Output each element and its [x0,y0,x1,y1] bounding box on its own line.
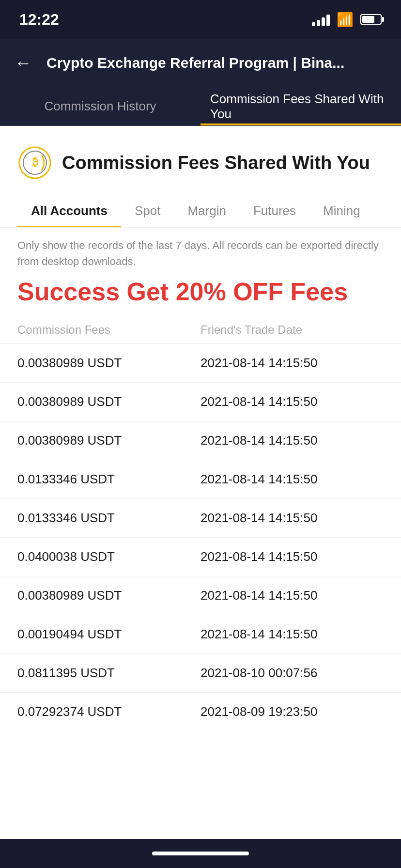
section-title: Commission Fees Shared With You [62,153,370,173]
svg-text:₿: ₿ [32,156,38,168]
table-row: 0.00380989 USDT 2021-08-14 14:15:50 [0,382,401,421]
table-row: 0.0400038 USDT 2021-08-14 14:15:50 [0,537,401,576]
table-cell-date: 2021-08-14 14:15:50 [200,472,384,487]
table-cell-fee: 0.0133346 USDT [17,511,200,526]
tab-commission-fees[interactable]: Commission Fees Shared With You [200,87,401,125]
table-cell-fee: 0.00380989 USDT [17,588,200,603]
account-filter-tabs: All Accounts Spot Margin Futures Mining [0,195,401,228]
table-cell-date: 2021-08-14 14:15:50 [200,356,384,371]
back-button[interactable]: ← [15,53,32,73]
table-cell-date: 2021-08-14 14:15:50 [200,627,384,642]
status-bar: 12:22 📶 [0,0,401,39]
header-friend-trade-date: Friend's Trade Date [200,323,384,337]
table-cell-date: 2021-08-14 14:15:50 [200,394,384,409]
table-row: 0.07292374 USDT 2021-08-09 19:23:50 [0,692,401,731]
table-row: 0.00380989 USDT 2021-08-14 14:15:50 [0,343,401,382]
table-cell-fee: 0.00380989 USDT [17,433,200,448]
status-icons: 📶 [312,12,382,28]
table-cell-date: 2021-08-14 14:15:50 [200,588,384,603]
account-tab-spot[interactable]: Spot [121,195,174,227]
account-tab-futures[interactable]: Futures [240,195,309,227]
status-time: 12:22 [19,11,59,29]
section-header: ₿ Commission Fees Shared With You [0,126,401,195]
table-cell-fee: 0.0400038 USDT [17,549,200,564]
table-row: 0.0133346 USDT 2021-08-14 14:15:50 [0,460,401,498]
promo-text: Success Get 20% OFF Fees [17,277,384,307]
table-row: 0.0133346 USDT 2021-08-14 14:15:50 [0,498,401,537]
nav-title: Crypto Exchange Referral Program | Bina.… [46,55,344,71]
main-content: ₿ Commission Fees Shared With You All Ac… [0,126,401,868]
signal-icon [312,13,330,26]
table-cell-fee: 0.00380989 USDT [17,356,200,371]
battery-icon [360,14,382,25]
header-commission-fees: Commission Fees [17,323,200,337]
table-row: 0.00380989 USDT 2021-08-14 14:15:50 [0,576,401,615]
table-row: 0.00380989 USDT 2021-08-14 14:15:50 [0,421,401,460]
table-body: 0.00380989 USDT 2021-08-14 14:15:50 0.00… [0,343,401,731]
table-row: 0.00190494 USDT 2021-08-14 14:15:50 [0,615,401,653]
coin-icon: ₿ [17,145,52,180]
table-header: Commission Fees Friend's Trade Date [0,316,401,343]
notice-text: Only show the records of the last 7 days… [0,228,401,274]
table-cell-date: 2021-08-10 00:07:56 [200,666,384,681]
wifi-icon: 📶 [337,12,354,28]
table-cell-fee: 0.0811395 USDT [17,666,200,681]
promo-banner: Success Get 20% OFF Fees [0,274,401,316]
nav-bar: ← Crypto Exchange Referral Program | Bin… [0,39,401,87]
table-cell-fee: 0.07292374 USDT [17,704,200,719]
table-cell-date: 2021-08-14 14:15:50 [200,433,384,448]
table-row: 0.0811395 USDT 2021-08-10 00:07:56 [0,653,401,692]
table-cell-date: 2021-08-14 14:15:50 [200,511,384,526]
tab-commission-history[interactable]: Commission History [0,87,200,125]
account-tab-margin[interactable]: Margin [174,195,239,227]
account-tab-all[interactable]: All Accounts [17,195,121,227]
account-tab-mining[interactable]: Mining [309,195,374,227]
bottom-bar [0,839,401,868]
home-indicator [152,852,249,855]
page-tabs: Commission History Commission Fees Share… [0,87,401,126]
table-cell-fee: 0.0133346 USDT [17,472,200,487]
table-cell-date: 2021-08-14 14:15:50 [200,549,384,564]
table-cell-date: 2021-08-09 19:23:50 [200,704,384,719]
table-cell-fee: 0.00380989 USDT [17,394,200,409]
table-cell-fee: 0.00190494 USDT [17,627,200,642]
